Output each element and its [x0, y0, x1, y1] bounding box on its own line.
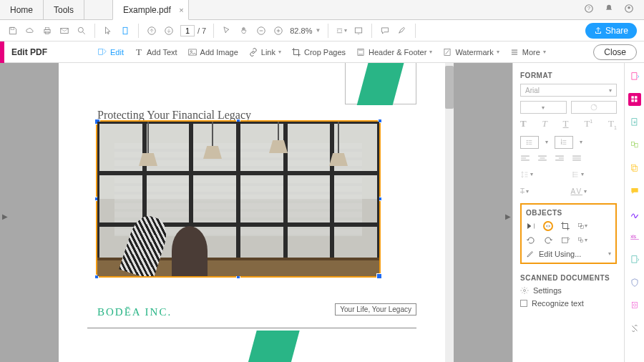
tab-document-label: Example.pdf: [123, 5, 171, 15]
scanned-header: SCANNED DOCUMENTS: [520, 274, 617, 282]
svg-point-22: [527, 140, 527, 140]
horizontal-scale[interactable]: T▾: [520, 186, 567, 197]
bold-icon[interactable]: T: [520, 118, 527, 130]
company-name[interactable]: BODĒA INC.: [97, 306, 172, 318]
page-total: / 7: [197, 26, 206, 35]
align-objects-icon[interactable]: ▾: [577, 235, 587, 245]
page-current-input[interactable]: [180, 25, 195, 36]
add-text-tool[interactable]: T Add Text: [134, 47, 177, 57]
flip-horizontal-icon[interactable]: [543, 221, 553, 231]
close-tab-icon[interactable]: ×: [179, 6, 183, 14]
right-expander-icon[interactable]: ▶: [505, 212, 511, 220]
highlight-icon[interactable]: [396, 25, 408, 36]
rotate-cw-icon[interactable]: [543, 235, 553, 245]
settings-option[interactable]: Settings: [520, 286, 617, 295]
add-image-tool[interactable]: Add Image: [187, 47, 238, 57]
zoom-out-icon[interactable]: [255, 25, 267, 36]
select-tool-icon[interactable]: [221, 25, 233, 36]
print-icon[interactable]: [42, 25, 53, 36]
svg-point-18: [190, 50, 192, 52]
share-button[interactable]: Share: [585, 23, 637, 39]
checkbox-icon[interactable]: [520, 300, 527, 307]
more-tools-icon[interactable]: [628, 322, 641, 335]
bullet-list-caret[interactable]: ▾: [543, 136, 550, 149]
subscript-icon[interactable]: T1: [608, 118, 617, 130]
close-button[interactable]: Close: [593, 44, 637, 60]
crop-object-icon[interactable]: [560, 221, 570, 231]
comment-icon[interactable]: [379, 25, 391, 36]
replace-image-icon[interactable]: [560, 235, 570, 245]
number-list-caret[interactable]: ▾: [577, 136, 585, 149]
comment-tool-icon[interactable]: [628, 185, 641, 197]
tab-document[interactable]: Example.pdf ×: [112, 0, 189, 20]
combine-icon[interactable]: [628, 162, 641, 175]
underline-icon[interactable]: T: [563, 118, 569, 130]
edit-toolbar: Edit PDF Edit T Add Text Add Image Link▾…: [0, 41, 644, 63]
align-right-icon[interactable]: [555, 155, 565, 163]
redact-icon[interactable]: xls: [628, 230, 641, 243]
pointer-page-icon[interactable]: [102, 25, 114, 36]
zoom-dropdown[interactable]: 82.8%▼: [290, 26, 321, 35]
pencil-icon: [526, 250, 535, 258]
crop-tool[interactable]: Crop Pages: [291, 47, 346, 57]
bell-icon[interactable]: [604, 4, 614, 16]
pdf-page[interactable]: Protecting Your Financial Legacy: [59, 63, 445, 362]
recognize-text-option[interactable]: Recognize text: [520, 299, 617, 308]
stamp-icon[interactable]: [628, 299, 641, 312]
arrange-icon[interactable]: ▾: [577, 221, 587, 231]
left-expander-icon[interactable]: ▶: [2, 212, 8, 220]
align-justify-icon[interactable]: [572, 155, 582, 163]
page-down-icon[interactable]: [163, 25, 175, 36]
help-icon[interactable]: ?: [584, 4, 594, 16]
zoom-in-icon[interactable]: [273, 25, 284, 36]
color-picker[interactable]: [571, 101, 618, 114]
align-center-icon[interactable]: [537, 155, 547, 163]
save-icon[interactable]: [7, 25, 19, 36]
line-spacing[interactable]: ▾: [520, 169, 567, 180]
superscript-icon[interactable]: T1: [584, 118, 592, 130]
svg-rect-42: [631, 165, 635, 170]
svg-rect-8: [61, 28, 69, 33]
logo-block[interactable]: [345, 63, 416, 104]
read-mode-icon[interactable]: [353, 25, 364, 36]
more-tool[interactable]: More▾: [509, 47, 546, 57]
font-select[interactable]: Arial▾: [520, 84, 617, 97]
edit-tool[interactable]: Edit: [97, 47, 124, 57]
edit-using-dropdown[interactable]: Edit Using... ▾: [526, 250, 611, 258]
selected-image[interactable]: [96, 120, 381, 278]
link-tool[interactable]: Link▾: [248, 47, 281, 57]
edit-pdf-icon[interactable]: [628, 93, 641, 106]
svg-rect-30: [562, 238, 567, 243]
rotate-ccw-icon[interactable]: [526, 235, 536, 245]
header-footer-tool[interactable]: Header & Footer▾: [356, 47, 432, 57]
font-size-select[interactable]: ▾: [520, 101, 567, 114]
hand-tool-icon[interactable]: [238, 25, 250, 36]
search-icon[interactable]: [76, 25, 87, 36]
character-spacing[interactable]: AV▾: [571, 186, 618, 197]
italic-icon[interactable]: T: [542, 118, 547, 130]
cloud-icon[interactable]: [24, 25, 36, 36]
bullet-list-icon[interactable]: [520, 136, 539, 149]
page-up-icon[interactable]: [146, 25, 157, 36]
paragraph-spacing[interactable]: ▾: [571, 169, 618, 180]
watermark-tool[interactable]: Watermark▾: [442, 47, 499, 57]
export-pdf-icon[interactable]: [628, 116, 641, 129]
organize-icon[interactable]: [628, 139, 641, 152]
align-left-icon[interactable]: [520, 155, 530, 163]
green-shape[interactable]: [247, 331, 299, 362]
mail-icon[interactable]: [59, 25, 70, 36]
document-stage[interactable]: ▶ Protecting Your Financial Legacy: [0, 63, 512, 362]
vertical-scrollbar[interactable]: [445, 63, 454, 362]
protect-icon[interactable]: [628, 276, 641, 289]
fit-width-icon[interactable]: ▾: [336, 25, 347, 36]
create-pdf-icon[interactable]: [628, 70, 641, 83]
flip-vertical-icon[interactable]: [526, 221, 536, 231]
single-page-icon[interactable]: [119, 25, 131, 36]
tab-tools[interactable]: Tools: [43, 0, 84, 20]
number-list-icon[interactable]: 123: [555, 136, 573, 149]
tagline-box[interactable]: Your Life, Your Legacy: [335, 303, 416, 315]
optimize-icon[interactable]: [628, 253, 641, 266]
profile-icon[interactable]: [624, 4, 634, 16]
tab-home[interactable]: Home: [0, 0, 44, 20]
sign-icon[interactable]: [628, 207, 641, 220]
